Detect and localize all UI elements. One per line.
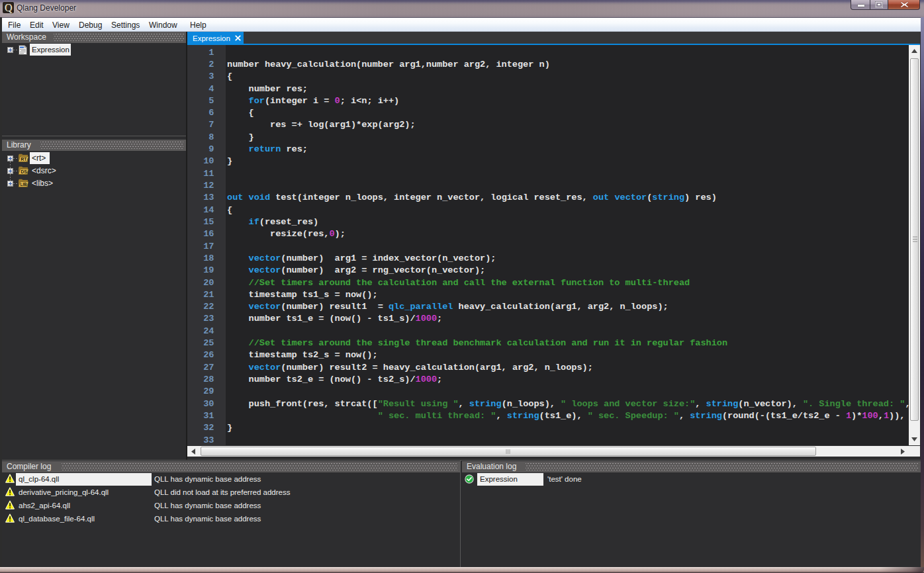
svg-text:LIB: LIB	[20, 182, 27, 187]
svg-text:DS: DS	[21, 169, 27, 174]
svg-text:RT: RT	[21, 157, 27, 161]
